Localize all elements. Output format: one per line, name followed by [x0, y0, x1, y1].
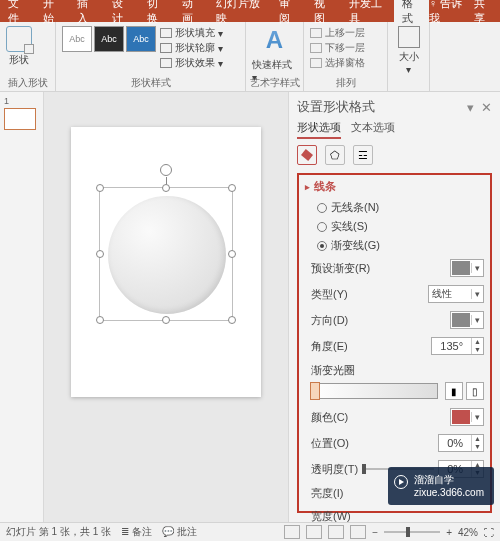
tab-transitions[interactable]: 切换 — [139, 0, 174, 22]
angle-label: 角度(E) — [311, 339, 348, 354]
normal-view-button[interactable] — [284, 525, 300, 539]
size-button[interactable]: 大小 ▾ — [398, 26, 420, 75]
slide[interactable] — [71, 127, 261, 397]
remove-stop-button[interactable]: ▯ — [466, 382, 484, 400]
watermark-brand: 溜溜自学 — [414, 473, 484, 486]
direction-combo[interactable]: ▾ — [450, 311, 484, 329]
effects-tab-icon[interactable]: ⬠ — [325, 145, 345, 165]
zoom-slider[interactable] — [384, 531, 440, 533]
format-shape-pane: 设置形状格式 ▾ ✕ 形状选项 文本选项 ⬠ ☲ 线条 无线条(N) 实线(S)… — [288, 92, 500, 522]
gradient-line-radio[interactable]: 渐变线(G) — [305, 236, 484, 255]
resize-handle-n[interactable] — [162, 184, 170, 192]
zoom-out-button[interactable]: − — [372, 527, 378, 538]
group-wordart-label: 艺术字样式 — [246, 76, 303, 90]
slide-canvas[interactable] — [44, 92, 288, 522]
size-tab-icon[interactable]: ☲ — [353, 145, 373, 165]
main-area: 1 设置形状格式 ▾ ✕ 形状选项 文本选项 — [0, 92, 500, 522]
size-icon — [398, 26, 420, 48]
tellme-button[interactable]: ♀ 告诉我 — [429, 0, 466, 26]
resize-handle-w[interactable] — [96, 250, 104, 258]
thumb-number: 1 — [4, 96, 39, 106]
share-button[interactable]: 共享 — [474, 0, 492, 26]
pane-tab-shape[interactable]: 形状选项 — [297, 120, 341, 139]
shape-icon — [6, 26, 32, 52]
style-swatch-3[interactable]: Abc — [126, 26, 156, 52]
gradient-stops-track[interactable] — [311, 383, 438, 399]
resize-handle-se[interactable] — [228, 316, 236, 324]
gradient-stop-1[interactable] — [310, 382, 320, 400]
wordart-icon: A — [266, 26, 283, 54]
tab-review[interactable]: 审阅 — [271, 0, 306, 22]
selection-icon — [310, 58, 322, 68]
selection-box[interactable] — [99, 187, 233, 321]
shape-effects-button[interactable]: 形状效果 ▾ — [160, 56, 223, 70]
resize-handle-nw[interactable] — [96, 184, 104, 192]
fit-to-window-button[interactable]: ⛶ — [484, 527, 494, 538]
oval-shape[interactable] — [108, 196, 226, 314]
zoom-value: 42% — [458, 527, 478, 538]
notes-button[interactable]: ≣ 备注 — [121, 525, 152, 539]
tab-view[interactable]: 视图 — [306, 0, 341, 22]
slide-thumbnails: 1 — [0, 92, 44, 522]
slide-thumbnail-1[interactable] — [4, 108, 36, 130]
shape-style-gallery[interactable]: Abc Abc Abc — [62, 26, 156, 52]
resize-handle-s[interactable] — [162, 316, 170, 324]
preset-label: 预设渐变(R) — [311, 261, 370, 276]
selection-pane-button[interactable]: 选择窗格 — [310, 56, 365, 70]
pane-tab-text[interactable]: 文本选项 — [351, 120, 395, 139]
rotate-handle[interactable] — [160, 164, 172, 176]
backward-icon — [310, 43, 322, 53]
tab-format[interactable]: 格式 — [394, 0, 429, 22]
color-label: 颜色(C) — [311, 410, 348, 425]
style-swatch-2[interactable]: Abc — [94, 26, 124, 52]
group-insert-shape-label: 插入形状 — [0, 76, 55, 90]
fill-icon — [160, 28, 172, 38]
zoom-in-button[interactable]: + — [446, 527, 452, 538]
gradient-type-combo[interactable]: 线性▾ — [428, 285, 484, 303]
pane-close-button[interactable]: ✕ — [481, 100, 492, 115]
tab-home[interactable]: 开始 — [35, 0, 70, 22]
direction-label: 方向(D) — [311, 313, 348, 328]
resize-handle-sw[interactable] — [96, 316, 104, 324]
tab-file[interactable]: 文件 — [0, 0, 35, 22]
watermark-url: zixue.3d66.com — [414, 486, 484, 499]
type-label: 类型(Y) — [311, 287, 348, 302]
comments-button[interactable]: 💬 批注 — [162, 525, 197, 539]
send-backward-button[interactable]: 下移一层 — [310, 41, 365, 55]
insert-shape-button[interactable]: 形状 — [6, 26, 32, 67]
brightness-label: 亮度(I) — [311, 486, 343, 501]
ribbon-tabs: 文件 开始 插入 设计 切换 动画 幻灯片放映 审阅 视图 开发工具 格式 ♀ … — [0, 0, 500, 22]
tab-slideshow[interactable]: 幻灯片放映 — [208, 0, 271, 22]
no-line-radio[interactable]: 无线条(N) — [305, 198, 484, 217]
position-input[interactable]: 0%▲▼ — [438, 434, 484, 452]
tab-insert[interactable]: 插入 — [69, 0, 104, 22]
shape-fill-button[interactable]: 形状填充 ▾ — [160, 26, 223, 40]
effects-icon — [160, 58, 172, 68]
tab-devtools[interactable]: 开发工具 — [341, 0, 394, 22]
add-stop-button[interactable]: ▮ — [445, 382, 463, 400]
resize-handle-e[interactable] — [228, 250, 236, 258]
resize-handle-ne[interactable] — [228, 184, 236, 192]
play-icon — [394, 475, 408, 489]
position-label: 位置(O) — [311, 436, 349, 451]
line-section-header[interactable]: 线条 — [305, 179, 484, 194]
tab-design[interactable]: 设计 — [104, 0, 139, 22]
width-label: 宽度(W) — [311, 509, 351, 524]
group-shape-style-label: 形状样式 — [56, 76, 245, 90]
pane-title: 设置形状格式 — [297, 98, 375, 116]
preset-gradient-combo[interactable]: ▾ — [450, 259, 484, 277]
solid-line-radio[interactable]: 实线(S) — [305, 217, 484, 236]
stop-color-combo[interactable]: ▾ — [450, 408, 484, 426]
bring-forward-button[interactable]: 上移一层 — [310, 26, 365, 40]
tab-animations[interactable]: 动画 — [174, 0, 209, 22]
slide-counter: 幻灯片 第 1 张，共 1 张 — [6, 525, 111, 539]
fill-line-tab-icon[interactable] — [297, 145, 317, 165]
outline-icon — [160, 43, 172, 53]
shape-outline-button[interactable]: 形状轮廓 ▾ — [160, 41, 223, 55]
transparency-label: 透明度(T) — [311, 462, 358, 477]
group-arrange-label: 排列 — [304, 76, 387, 90]
style-swatch-1[interactable]: Abc — [62, 26, 92, 52]
angle-input[interactable]: 135°▲▼ — [431, 337, 484, 355]
forward-icon — [310, 28, 322, 38]
line-section-highlight: 线条 无线条(N) 实线(S) 渐变线(G) 预设渐变(R) ▾ 类型(Y) 线… — [297, 173, 492, 513]
